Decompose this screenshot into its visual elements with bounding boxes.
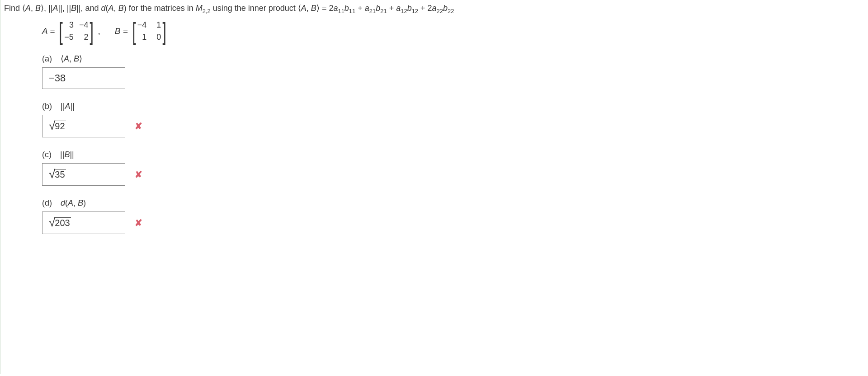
- sqrt-icon: √ 203: [49, 216, 71, 228]
- var-b-2: B: [71, 4, 76, 13]
- incorrect-icon: ✘: [135, 217, 142, 228]
- norms-end: ||, and: [76, 4, 101, 13]
- var-b: B: [64, 150, 70, 159]
- matrix-definitions: A = [ 3 −4 −5 2 ] , B = [ −4 1 1 0 ]: [42, 20, 864, 42]
- t11: a: [333, 4, 338, 13]
- t21: a: [365, 4, 369, 13]
- angle-close-norms: ⟩, ||: [41, 4, 52, 13]
- prompt-text: Find: [4, 4, 22, 13]
- var-a-3: A: [108, 4, 114, 13]
- prompt-mid: ) for the matrices in: [124, 4, 196, 13]
- answer-input-a[interactable]: −38: [42, 67, 125, 89]
- t41: a: [432, 4, 437, 13]
- var-a: A: [68, 198, 73, 207]
- part-number: (a): [42, 54, 52, 63]
- var-d: d: [101, 4, 106, 13]
- part-c: (c) ||B|| √ 35 ✘: [42, 150, 864, 186]
- var-a: A: [25, 4, 31, 13]
- var-b: B: [35, 4, 41, 13]
- part-d: (d) d(A, B) √ 203 ✘: [42, 198, 864, 234]
- comma: ,: [31, 4, 35, 13]
- part-number: (b): [42, 102, 52, 111]
- matrix-a: [ 3 −4 −5 2 ]: [57, 20, 95, 42]
- angle-close-eq: ⟩ = 2: [316, 4, 334, 13]
- answer-input-c[interactable]: √ 35: [42, 163, 125, 186]
- comma-3: ,: [307, 4, 311, 13]
- b11: −4: [137, 20, 147, 30]
- sqrt-icon: √ 92: [49, 120, 66, 132]
- var-b-3: B: [118, 4, 124, 13]
- t12: b: [344, 4, 349, 13]
- t42: b: [443, 4, 448, 13]
- var-a-2: A: [52, 4, 58, 13]
- plus3: + 2: [418, 4, 432, 13]
- sqrt-icon: √ 35: [49, 168, 66, 180]
- b-equals: B =: [115, 26, 128, 36]
- a11: 3: [64, 20, 74, 30]
- s42: 22: [448, 8, 454, 14]
- radicand: 203: [54, 217, 71, 228]
- bracket-right-icon: ]: [163, 21, 166, 41]
- problem-prompt: Find ⟨A, B⟩, ||A||, ||B||, and d(A, B) f…: [4, 2, 864, 16]
- s32: 12: [412, 8, 418, 14]
- s12: 11: [349, 8, 355, 14]
- plus1: +: [355, 4, 365, 13]
- var-a: A: [64, 54, 69, 63]
- t32: b: [407, 4, 412, 13]
- var-a-4: A: [301, 4, 307, 13]
- part-b-label: (b) ||A||: [42, 102, 864, 111]
- s22: 21: [380, 8, 387, 14]
- b12: 1: [152, 20, 161, 30]
- norms-mid: ||, ||: [58, 4, 71, 13]
- norm-open: ||: [60, 150, 64, 159]
- answer-input-b[interactable]: √ 92: [42, 115, 125, 137]
- a-equals: A =: [42, 26, 55, 36]
- var-b: B: [78, 198, 83, 207]
- part-number: (d): [42, 198, 52, 207]
- matrix-b: [ −4 1 1 0 ]: [131, 20, 168, 42]
- s31: 12: [401, 8, 407, 14]
- incorrect-icon: ✘: [135, 121, 142, 132]
- part-d-label: (d) d(A, B): [42, 198, 864, 208]
- bracket-left-icon: [: [59, 21, 63, 41]
- angle-open: ⟨: [22, 4, 25, 13]
- using: using the inner product: [211, 4, 298, 13]
- s21: 21: [369, 8, 376, 14]
- answer-input-d[interactable]: √ 203: [42, 212, 125, 234]
- radicand: 35: [54, 169, 66, 180]
- part-a-label: (a) ⟨A, B⟩: [42, 54, 864, 64]
- comma: ,: [69, 54, 74, 63]
- var-b: B: [74, 54, 79, 63]
- part-c-label: (c) ||B||: [42, 150, 864, 160]
- angle-close: ⟩: [79, 54, 82, 63]
- norm-open: ||: [61, 102, 65, 111]
- angle-open: ⟨: [61, 54, 64, 63]
- norm-close: ||: [70, 150, 74, 159]
- var-m: M: [196, 4, 203, 13]
- b22: 0: [152, 33, 161, 42]
- part-number: (c): [42, 150, 52, 159]
- incorrect-icon: ✘: [135, 169, 142, 180]
- radicand: 92: [54, 121, 66, 132]
- s41: 22: [437, 8, 443, 14]
- bracket-left-icon: [: [132, 21, 136, 41]
- var-d: d: [61, 198, 65, 207]
- m-sub: 2,2: [203, 8, 211, 14]
- angle-open-2: ⟨: [298, 4, 301, 13]
- norm-close: ||: [70, 102, 74, 111]
- paren-close: ): [83, 198, 86, 207]
- part-b: (b) ||A|| √ 92 ✘: [42, 102, 864, 137]
- s11: 11: [338, 8, 344, 14]
- plus2: +: [387, 4, 396, 13]
- a22: 2: [79, 33, 89, 42]
- bracket-right-icon: ]: [90, 21, 94, 41]
- matrix-sep: ,: [98, 26, 100, 36]
- t31: a: [396, 4, 401, 13]
- part-a: (a) ⟨A, B⟩ −38: [42, 54, 864, 89]
- b21: 1: [137, 33, 147, 42]
- var-b-4: B: [311, 4, 316, 13]
- t22: b: [376, 4, 380, 13]
- comma-2: ,: [114, 4, 118, 13]
- a21: −5: [64, 33, 74, 42]
- var-a: A: [65, 102, 70, 111]
